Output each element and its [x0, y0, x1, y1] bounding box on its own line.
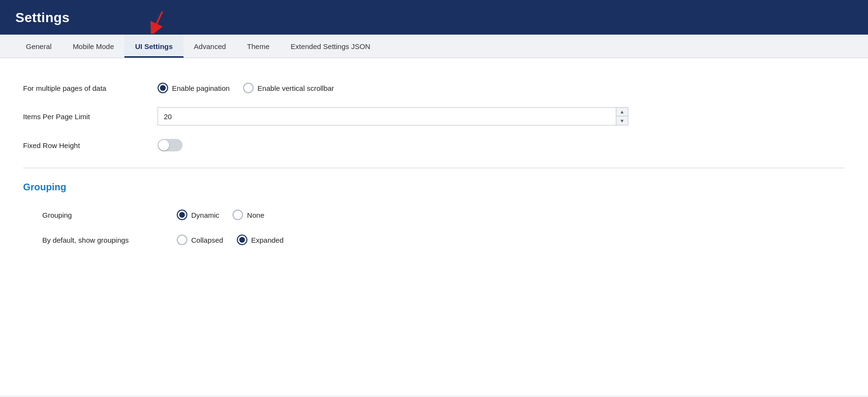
collapsed-label: Collapsed: [191, 236, 223, 244]
grouping-radio-group: Dynamic None: [177, 210, 264, 220]
tab-ui-settings[interactable]: UI Settings: [124, 35, 183, 58]
tab-theme[interactable]: Theme: [236, 35, 280, 58]
svg-line-0: [154, 12, 162, 30]
items-per-page-input[interactable]: [158, 108, 616, 125]
tab-general[interactable]: General: [15, 35, 62, 58]
tab-extended-settings[interactable]: Extended Settings JSON: [280, 35, 381, 58]
items-per-page-row: Items Per Page Limit ▲ ▼: [23, 100, 845, 132]
pagination-option[interactable]: Enable pagination: [158, 83, 230, 93]
toggle-knob: [159, 140, 169, 150]
dynamic-option[interactable]: Dynamic: [177, 210, 219, 220]
number-spinners: ▲ ▼: [616, 108, 628, 125]
spinner-down-button[interactable]: ▼: [616, 116, 628, 125]
items-per-page-input-wrapper: ▲ ▼: [158, 107, 628, 125]
none-label: None: [247, 211, 264, 219]
fixed-row-height-toggle[interactable]: [158, 139, 183, 151]
none-radio[interactable]: [232, 210, 243, 220]
collapsed-option[interactable]: Collapsed: [177, 235, 223, 245]
scrollbar-radio[interactable]: [243, 83, 254, 93]
grouping-sub-settings: Grouping Dynamic None By default, show g…: [23, 202, 845, 252]
multiple-pages-control: Enable pagination Enable vertical scroll…: [158, 83, 334, 93]
grouping-section-title: Grouping: [23, 182, 845, 193]
section-divider: [23, 168, 845, 168]
expanded-radio[interactable]: [237, 235, 247, 245]
tab-mobile-mode[interactable]: Mobile Mode: [62, 35, 124, 58]
grouping-section: Grouping Grouping Dynamic None: [23, 182, 845, 252]
items-per-page-label: Items Per Page Limit: [23, 112, 158, 121]
pagination-label: Enable pagination: [172, 84, 230, 92]
settings-content: For multiple pages of data Enable pagina…: [0, 58, 868, 396]
show-groupings-radio-group: Collapsed Expanded: [177, 235, 283, 245]
header: Settings: [0, 0, 868, 35]
grouping-label: Grouping: [42, 211, 177, 219]
spinner-up-button[interactable]: ▲: [616, 108, 628, 116]
none-option[interactable]: None: [232, 210, 264, 220]
multiple-pages-label: For multiple pages of data: [23, 84, 158, 92]
dynamic-radio[interactable]: [177, 210, 187, 220]
tab-advanced[interactable]: Advanced: [183, 35, 237, 58]
pagination-radio-group: Enable pagination Enable vertical scroll…: [158, 83, 334, 93]
expanded-option[interactable]: Expanded: [237, 235, 284, 245]
page-title: Settings: [15, 10, 70, 25]
show-groupings-label: By default, show groupings: [42, 236, 177, 244]
collapsed-radio[interactable]: [177, 235, 187, 245]
dynamic-label: Dynamic: [191, 211, 219, 219]
pagination-radio[interactable]: [158, 83, 168, 93]
expanded-label: Expanded: [251, 236, 284, 244]
scrollbar-option[interactable]: Enable vertical scrollbar: [243, 83, 334, 93]
show-groupings-row: By default, show groupings Collapsed Exp…: [42, 227, 845, 252]
grouping-row: Grouping Dynamic None: [42, 202, 845, 227]
multiple-pages-row: For multiple pages of data Enable pagina…: [23, 75, 845, 100]
fixed-row-height-row: Fixed Row Height: [23, 132, 845, 158]
fixed-row-height-label: Fixed Row Height: [23, 141, 158, 149]
tabs-bar: General Mobile Mode UI Settings Advanced…: [0, 35, 868, 58]
scrollbar-label: Enable vertical scrollbar: [257, 84, 334, 92]
arrow-indicator: [139, 10, 168, 34]
